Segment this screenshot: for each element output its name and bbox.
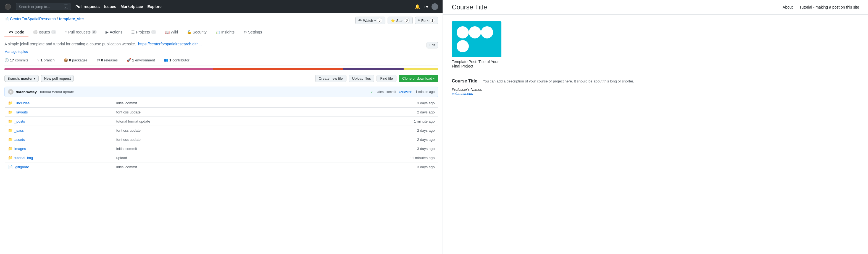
- tutorial-nav-link[interactable]: Tutorial - making a post on this site: [799, 5, 859, 9]
- file-commit-time: 3 days ago: [297, 162, 438, 172]
- table-row: 📁 _layouts font css update 2 days ago: [5, 108, 438, 117]
- table-row: 📁 assets font css update 2 days ago: [5, 135, 438, 144]
- repo-website-link[interactable]: https://centerforspatialresearch.gith...: [138, 42, 202, 46]
- repo-name-link[interactable]: template_site: [59, 17, 84, 21]
- manage-topics-link[interactable]: Manage topics: [4, 50, 438, 54]
- file-link[interactable]: assets: [14, 138, 25, 142]
- tag-icon: 🏷: [96, 58, 100, 62]
- insights-icon: 📊: [215, 30, 220, 34]
- file-commit-time: 1 minute ago: [297, 117, 438, 126]
- folder-icon: 📁: [8, 119, 13, 123]
- bell-icon[interactable]: 🔔: [415, 4, 420, 9]
- watch-dropdown-arrow: ▾: [374, 19, 376, 22]
- file-link[interactable]: _includes: [14, 101, 30, 105]
- course-nav-links: About Tutorial - making a post on this s…: [783, 5, 859, 9]
- marketplace-link[interactable]: Marketplace: [121, 4, 143, 9]
- professor-email: columbia.edu: [452, 92, 859, 96]
- edit-description-button[interactable]: Edit: [427, 42, 438, 49]
- thumbnail-circle-2: [469, 26, 481, 38]
- file-link[interactable]: _posts: [14, 119, 25, 123]
- commit-author-name[interactable]: darebrawley: [16, 90, 37, 94]
- table-row: 📁 _includes initial commit 3 days ago: [5, 98, 438, 108]
- tab-code[interactable]: <> Code: [4, 28, 28, 37]
- post-card: Template Post: Title of Your Final Proje…: [452, 21, 859, 68]
- course-content: Template Post: Title of Your Final Proje…: [443, 15, 868, 102]
- clock-icon: 🕐: [4, 58, 9, 62]
- file-table: 📁 _includes initial commit 3 days ago 📁 …: [4, 98, 438, 172]
- tab-issues[interactable]: ⚪ Issues 0: [28, 28, 61, 37]
- issues-badge: 0: [51, 30, 56, 34]
- file-link[interactable]: .gitignore: [14, 165, 29, 169]
- create-new-file-button[interactable]: Create new file: [315, 75, 346, 82]
- search-placeholder-text: Search or jump to...: [19, 5, 50, 9]
- repo-path: 📄 CenterForSpatialResearch / template_si…: [4, 17, 84, 21]
- explore-link[interactable]: Explore: [147, 4, 161, 9]
- star-count: 0: [404, 18, 410, 23]
- pr-badge: 0: [92, 30, 97, 34]
- find-file-button[interactable]: Find file: [376, 75, 396, 82]
- tab-security[interactable]: 🔒 Security: [182, 28, 211, 37]
- contributors-stat[interactable]: 👥 1 contributor: [159, 57, 194, 63]
- fork-icon: ⑂: [418, 19, 420, 23]
- avatar-icon[interactable]: [432, 3, 438, 10]
- commit-hash-link[interactable]: 7c8d926: [398, 90, 412, 94]
- file-icon: 📄: [8, 165, 13, 169]
- course-info-title: Course Title: [452, 79, 477, 84]
- file-link[interactable]: images: [14, 147, 26, 151]
- file-commit-message: upload: [113, 153, 297, 162]
- github-logo[interactable]: ⚫: [4, 3, 11, 10]
- file-commit-time: 2 days ago: [297, 108, 438, 117]
- tab-settings[interactable]: ⚙ Settings: [239, 28, 267, 37]
- commit-author-avatar: d: [8, 89, 13, 95]
- star-button[interactable]: ⭐ Star 0: [388, 17, 413, 24]
- professor-block: Professor's Names columbia.edu: [452, 87, 859, 96]
- fork-label: Fork: [421, 19, 429, 23]
- tab-wiki[interactable]: 📖 Wiki: [160, 28, 182, 37]
- file-link[interactable]: _sass: [14, 129, 24, 133]
- settings-icon: ⚙: [243, 30, 247, 34]
- clone-dropdown-arrow: ▾: [433, 77, 435, 80]
- new-pull-request-button[interactable]: New pull request: [41, 75, 74, 82]
- rocket-icon: 🚀: [126, 58, 131, 62]
- branch-selector[interactable]: Branch: master ▾: [4, 75, 39, 82]
- repo-owner-link[interactable]: CenterForSpatialResearch: [10, 17, 56, 21]
- file-commit-message: initial commit: [113, 144, 297, 153]
- file-commit-time: 3 days ago: [297, 98, 438, 108]
- top-nav-links: Pull requests Issues Marketplace Explore: [75, 4, 162, 9]
- plus-icon[interactable]: +▾: [424, 4, 428, 9]
- folder-icon: 📁: [8, 156, 13, 160]
- repo-header: 📄 CenterForSpatialResearch / template_si…: [0, 13, 442, 37]
- folder-icon: 📁: [8, 146, 13, 151]
- star-icon: ⭐: [391, 19, 395, 23]
- branch-stat[interactable]: ⑂ 1 branch: [33, 57, 59, 63]
- fork-button[interactable]: ⑂ Fork 1: [415, 17, 438, 24]
- projects-icon: ☰: [131, 30, 135, 34]
- tab-insights[interactable]: 📊 Insights: [211, 28, 239, 37]
- branch-name: master: [21, 76, 33, 81]
- watch-count: 5: [377, 18, 383, 23]
- table-row: 📁 tutorial_img upload 11 minutes ago: [5, 153, 438, 162]
- clone-or-download-button[interactable]: Clone or download ▾: [399, 75, 438, 82]
- pullrequests-link[interactable]: Pull requests: [75, 4, 100, 9]
- about-nav-link[interactable]: About: [783, 5, 793, 9]
- environments-stat[interactable]: 🚀 1 environment: [122, 57, 159, 63]
- issues-link[interactable]: Issues: [104, 4, 116, 9]
- releases-stat[interactable]: 🏷 0 releases: [92, 57, 122, 63]
- packages-stat[interactable]: 📦 0 packages: [59, 57, 92, 63]
- upload-files-button[interactable]: Upload files: [349, 75, 375, 82]
- file-link[interactable]: _layouts: [14, 110, 28, 114]
- thumbnail-circle-4: [457, 40, 469, 52]
- tab-projects[interactable]: ☰ Projects 0: [127, 28, 160, 37]
- file-link[interactable]: tutorial_img: [14, 156, 33, 160]
- search-bar[interactable]: Search or jump to... /: [16, 3, 71, 10]
- file-commit-time: 2 days ago: [297, 135, 438, 144]
- table-row: 📁 images initial commit 3 days ago: [5, 144, 438, 153]
- commits-stat[interactable]: 🕐 17 commits: [4, 57, 33, 63]
- tab-pullrequests[interactable]: ⑂ Pull requests 0: [61, 28, 101, 37]
- file-toolbar: Branch: master ▾ New pull request Create…: [4, 73, 438, 84]
- latest-commit-label: Latest commit: [375, 90, 396, 94]
- watch-button[interactable]: 👁 Watch ▾ 5: [355, 17, 385, 24]
- top-nav-right: 🔔 +▾: [415, 3, 438, 10]
- post-title[interactable]: Template Post: Title of Your Final Proje…: [452, 59, 501, 68]
- tab-actions[interactable]: ▶ Actions: [101, 28, 127, 37]
